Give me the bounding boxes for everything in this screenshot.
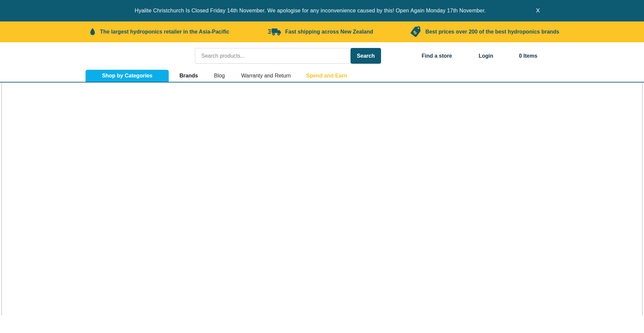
site-header: Search Find a store Login 0 Items bbox=[0, 42, 644, 70]
usp-item-shipping: Fast shipping across New Zealand bbox=[268, 21, 373, 42]
main-nav: Shop by Categories Brands Blog Warranty … bbox=[0, 70, 644, 82]
droplet-icon bbox=[89, 27, 96, 37]
search-button[interactable]: Search bbox=[351, 48, 381, 64]
nav-item-warranty-and-return[interactable]: Warranty and Return bbox=[241, 73, 291, 79]
usp-bar: The largest hydroponics retailer in the … bbox=[0, 21, 644, 42]
usp-text: Best prices over 200 of the best hydropo… bbox=[425, 29, 559, 35]
shop-by-categories-button[interactable]: Shop by Categories bbox=[86, 70, 169, 82]
nav-item-brands[interactable]: Brands bbox=[179, 73, 198, 79]
close-icon[interactable]: X bbox=[533, 6, 542, 15]
login-link[interactable]: Login bbox=[479, 53, 493, 59]
find-a-store-link[interactable]: Find a store bbox=[422, 53, 452, 59]
usp-item-retailer: The largest hydroponics retailer in the … bbox=[89, 21, 229, 42]
truck-icon bbox=[268, 27, 281, 37]
usp-item-prices: $ Best prices over 200 of the best hydro… bbox=[410, 21, 559, 42]
usp-text: Fast shipping across New Zealand bbox=[285, 29, 373, 35]
announcement-bar: Hyalite Christchurch Is Closed Friday 14… bbox=[0, 0, 644, 21]
search-input[interactable] bbox=[195, 48, 352, 64]
cart-items-link[interactable]: 0 Items bbox=[519, 53, 537, 59]
nav-item-blog[interactable]: Blog bbox=[214, 73, 225, 79]
announcement-message: Hyalite Christchurch Is Closed Friday 14… bbox=[135, 8, 509, 14]
price-tag-icon: $ bbox=[409, 25, 423, 39]
usp-text: The largest hydroponics retailer in the … bbox=[100, 29, 229, 35]
search-bar: Search bbox=[195, 48, 381, 64]
nav-item-spend-and-earn[interactable]: Spend and Earn bbox=[306, 73, 347, 79]
content-area bbox=[1, 82, 643, 315]
